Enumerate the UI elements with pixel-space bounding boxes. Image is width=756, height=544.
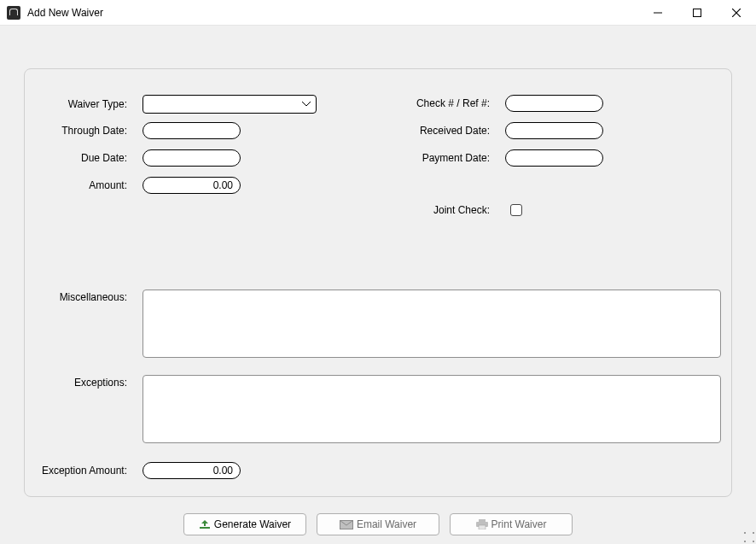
titlebar: Add New Waiver	[0, 0, 756, 26]
exception-amount-label: Exception Amount:	[25, 465, 127, 477]
close-button[interactable]	[717, 0, 756, 26]
svg-rect-6	[479, 519, 486, 522]
printer-icon	[476, 519, 488, 529]
received-date-label: Received Date:	[366, 125, 490, 137]
close-icon	[732, 9, 741, 17]
maximize-icon	[693, 9, 701, 17]
email-waiver-button[interactable]: Email Waiver	[317, 513, 439, 535]
form-panel: Waiver Type: Through Date: Due Date: Amo…	[24, 68, 732, 497]
minimize-icon	[654, 9, 662, 17]
content-area: Waiver Type: Through Date: Due Date: Amo…	[0, 26, 756, 544]
generate-waiver-label: Generate Waiver	[214, 518, 291, 530]
window-title: Add New Waiver	[27, 7, 103, 19]
amount-label: Amount:	[25, 179, 127, 191]
payment-date-label: Payment Date:	[366, 152, 490, 164]
envelope-icon	[340, 520, 353, 529]
waiver-type-select[interactable]	[142, 95, 317, 114]
exceptions-label: Exceptions:	[25, 375, 127, 389]
due-date-input[interactable]	[142, 149, 241, 167]
miscellaneous-label: Miscellaneous:	[25, 290, 127, 303]
joint-check-label: Joint Check:	[366, 204, 490, 216]
joint-check-checkbox[interactable]	[510, 204, 522, 216]
app-icon	[7, 6, 20, 20]
check-ref-label: Check # / Ref #:	[366, 97, 490, 109]
amount-input[interactable]	[142, 177, 241, 194]
miscellaneous-input[interactable]	[142, 290, 721, 358]
through-date-label: Through Date:	[25, 125, 127, 137]
resize-grip[interactable]	[744, 532, 754, 542]
print-waiver-button[interactable]: Print Waiver	[450, 513, 573, 535]
svg-rect-1	[694, 9, 701, 16]
exception-amount-input[interactable]	[142, 462, 241, 479]
svg-rect-8	[479, 525, 486, 529]
payment-date-input[interactable]	[505, 149, 603, 167]
print-waiver-label: Print Waiver	[491, 518, 547, 530]
exceptions-input[interactable]	[142, 375, 721, 443]
maximize-button[interactable]	[677, 0, 717, 26]
button-bar: Generate Waiver Email Waiver Print Waive…	[0, 513, 756, 535]
through-date-input[interactable]	[142, 122, 241, 139]
check-ref-input[interactable]	[505, 95, 603, 112]
waiver-type-label: Waiver Type:	[25, 98, 127, 110]
upload-icon	[199, 519, 211, 529]
generate-waiver-button[interactable]: Generate Waiver	[183, 513, 306, 535]
svg-rect-4	[200, 527, 210, 529]
minimize-button[interactable]	[638, 0, 677, 26]
due-date-label: Due Date:	[25, 152, 127, 164]
email-waiver-label: Email Waiver	[357, 518, 416, 530]
received-date-input[interactable]	[505, 122, 603, 139]
